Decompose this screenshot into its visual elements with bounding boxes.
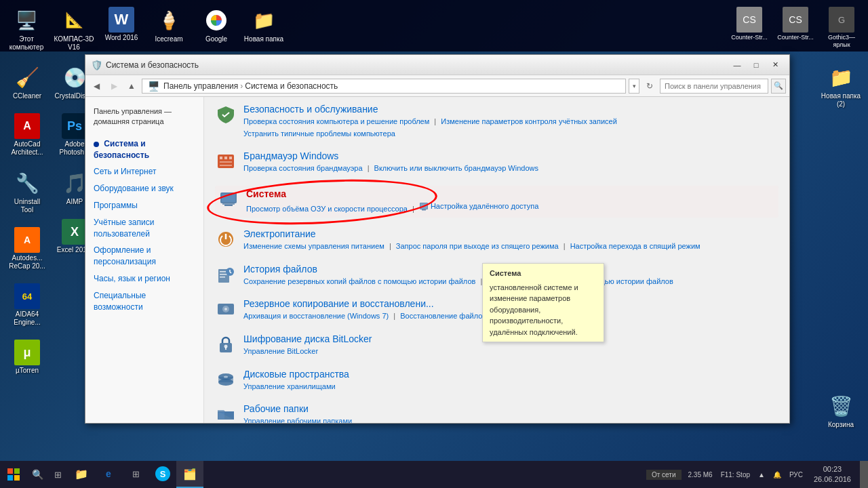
new-folder-2-icon: 📁 [827, 64, 854, 91]
backup-link-1[interactable]: Архивация и восстановление (Windows 7) [243, 312, 389, 320]
show-desktop-button[interactable] [860, 461, 868, 488]
top-icon-counter-strike1[interactable]: CS Counter-Str... [726, 3, 772, 52]
tooltip: Система установленной системе и изменени… [482, 263, 604, 342]
desktop-icons-col1: 🧹 CCleaner A AutoCadArchitect... 🔧 Unins… [3, 61, 51, 383]
desktop-icon-autocad[interactable]: A AutoCadArchitect... [3, 110, 51, 159]
ccleaner-icon: 🧹 [14, 64, 41, 91]
top-icon-word[interactable]: W Word 2016 [98, 3, 144, 45]
control-panel-window: 🛡️ Система и безопасность — □ ✕ ◀ ▶ ▲ 🖥️… [85, 54, 790, 424]
firewall-link-1[interactable]: Проверка состояния брандмауэра [243, 164, 363, 172]
sidebar-item-accounts[interactable]: Учётные записи пользователей [85, 214, 203, 243]
desktop-icon-autodesk[interactable]: A Autodes...ReCap 20... [3, 224, 51, 273]
top-icon-google[interactable]: Google [193, 3, 239, 47]
taskbar-chevron[interactable]: ▲ [754, 471, 769, 479]
search-input[interactable] [660, 79, 768, 94]
firewall-title[interactable]: Брандмауэр Windows [243, 150, 778, 161]
desktop-icon-aida64[interactable]: 64 AIDA64Engine... [3, 281, 51, 329]
system-link-2[interactable]: Настройка удалённого доступа [431, 201, 538, 213]
top-taskbar: 🖥️ Этот компьютер 📐 КОМПАС-3DV16 W Word … [0, 0, 868, 52]
security-icon [215, 104, 237, 125]
uninstall-icon: 🔧 [14, 169, 41, 197]
taskbar-items: 📁 e ⊞ S 🗂️ [68, 461, 203, 488]
top-icon-label-cs2: Counter-Str... [777, 34, 814, 41]
system-title[interactable]: Система [246, 188, 776, 199]
back-button[interactable]: ◀ [89, 79, 104, 94]
autocad-label: AutoCadArchitect... [11, 140, 43, 157]
security-link-3[interactable]: Устранить типичные проблемы компьютера [243, 129, 395, 138]
up-button[interactable]: ▲ [124, 79, 139, 94]
system-link-1[interactable]: Просмотр объёма ОЗУ и скорости процессор… [246, 205, 408, 213]
desktop: 🖥️ Этот компьютер 📐 КОМПАС-3DV16 W Word … [0, 0, 868, 488]
desktop-icon-utorrent[interactable]: μ µTorren [3, 337, 51, 378]
security-link-2[interactable]: Изменение параметров контроля учётных за… [441, 117, 617, 125]
top-icon-this-computer[interactable]: 🖥️ Этот компьютер [3, 3, 50, 55]
cs2-icon: CS [783, 7, 808, 33]
autocad-icon: A [14, 113, 40, 139]
kompas-icon: 📐 [60, 7, 87, 34]
minimize-button[interactable]: — [728, 58, 746, 72]
refresh-button[interactable]: ↻ [642, 79, 657, 94]
work-folders-icon [215, 403, 237, 423]
bitlocker-links: Управление BitLocker [243, 346, 778, 358]
task-view-button[interactable]: ⊞ [47, 461, 68, 488]
top-icon-counter-strike2[interactable]: CS Counter-Str... [772, 3, 818, 52]
sidebar-item-appearance[interactable]: Оформление и персонализация [85, 242, 203, 270]
desktop-icon-new-folder-2[interactable]: 📁 Новая папка(2) [817, 61, 865, 111]
section-work-folders: Рабочие папки Управление рабочими папкам… [215, 403, 778, 423]
bitlocker-link-1[interactable]: Управление BitLocker [243, 347, 318, 355]
section-security: Безопасность и обслуживание Проверка сос… [215, 104, 778, 140]
taskbar-file-explorer[interactable]: 📁 [68, 461, 95, 488]
security-title[interactable]: Безопасность и обслуживание [243, 104, 778, 115]
taskbar-ie[interactable]: e [95, 461, 122, 488]
disk-title[interactable]: Дисковые пространства [243, 369, 778, 380]
desktop-icon-recycle[interactable]: 🗑️ Корзина [817, 390, 865, 432]
sidebar-item-programs[interactable]: Программы [85, 197, 203, 214]
taskbar-lang[interactable]: РУС [785, 471, 807, 479]
power-link-1[interactable]: Изменение схемы управления питанием [243, 242, 384, 250]
history-link-1[interactable]: Сохранение резервных копий файлов с помо… [243, 277, 475, 285]
top-icon-label-google: Google [205, 35, 227, 43]
disk-link-1[interactable]: Управление хранилищами [243, 382, 336, 390]
aida64-label: AIDA64Engine... [14, 310, 40, 327]
search-button[interactable]: 🔍 [771, 79, 786, 94]
sidebar-item-accessibility[interactable]: Специальные возможности [85, 287, 203, 316]
forward-button[interactable]: ▶ [106, 79, 121, 94]
power-link-3[interactable]: Настройка перехода в спящий режим [570, 242, 701, 250]
close-button[interactable]: ✕ [766, 58, 784, 72]
start-button[interactable] [0, 461, 27, 488]
power-link-2[interactable]: Запрос пароля при выходе из спящего режи… [396, 242, 559, 250]
top-icon-icecream[interactable]: 🍦 Icecream [146, 3, 192, 47]
desktop-icon-uninstall[interactable]: 🔧 UninstallTool [3, 167, 51, 217]
work-folders-title[interactable]: Рабочие папки [243, 403, 778, 414]
taskbar-control-panel[interactable]: 🗂️ [176, 461, 203, 488]
sidebar-home-link[interactable]: Панель управления —домашняя страница [85, 104, 203, 130]
sidebar-item-network[interactable]: Сеть и Интернет [85, 163, 203, 180]
utorrent-label: µTorren [16, 367, 39, 375]
breadcrumb-root[interactable]: Панель управления [163, 81, 238, 91]
firewall-link-2[interactable]: Включить или выключить брандмауэр Window… [374, 164, 538, 172]
section-system-content: Система Просмотр объёма ОЗУ и скорости п… [246, 188, 776, 215]
taskbar-search-button[interactable]: 🔍 [27, 461, 47, 488]
sidebar-item-clock[interactable]: Часы, язык и регион [85, 270, 203, 287]
desktop-icons-right: 📁 Новая папка(2) 🗑️ Корзина [817, 61, 865, 437]
address-dropdown[interactable]: ▾ [629, 79, 639, 94]
top-icon-gothic[interactable]: G Gothic3—ярлык [818, 3, 865, 52]
maximize-button[interactable]: □ [747, 58, 765, 72]
taskbar-skype[interactable]: S [149, 461, 176, 488]
top-icon-new-folder[interactable]: 📁 Новая папка [241, 3, 287, 47]
taskbar-metro[interactable]: ⊞ [122, 461, 149, 488]
top-icon-label-new-folder: Новая папка [244, 35, 283, 43]
breadcrumb-current[interactable]: Система и безопасность [245, 81, 338, 91]
power-title[interactable]: Электропитание [243, 228, 778, 239]
system-links: Просмотр объёма ОЗУ и скорости процессор… [246, 201, 776, 215]
top-icon-kompas[interactable]: 📐 КОМПАС-3DV16 [51, 3, 97, 55]
ccleaner-label: CCleaner [13, 92, 41, 100]
security-link-1[interactable]: Проверка состояния компьютера и решение … [243, 117, 429, 125]
window-icon: 🛡️ [91, 60, 102, 70]
desktop-icon-ccleaner[interactable]: 🧹 CCleaner [3, 61, 51, 103]
work-folders-link-1[interactable]: Управление рабочими папками [243, 417, 352, 423]
sidebar-item-hardware[interactable]: Оборудование и звук [85, 180, 203, 197]
top-icon-label-gothic: Gothic3—ярлык [828, 34, 855, 49]
aimp-icon: 🎵 [61, 169, 88, 197]
sidebar-item-system-security[interactable]: Система и безопасность [85, 136, 203, 164]
